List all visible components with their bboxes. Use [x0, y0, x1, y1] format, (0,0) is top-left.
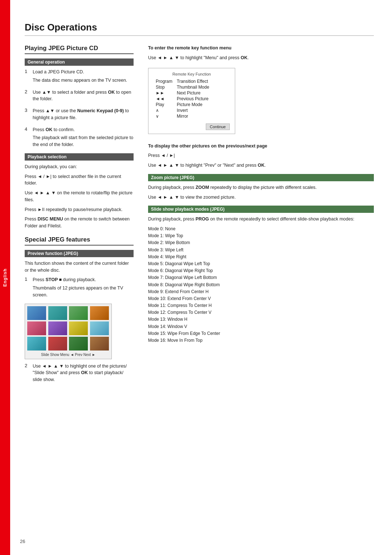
list-item: Mode 10: Extend From Center V — [148, 295, 374, 302]
page-container: English Disc Operations Playing JPEG Pic… — [0, 0, 392, 555]
thumb-12 — [90, 337, 109, 351]
table-row: ►► Next Picture — [154, 90, 230, 96]
step-3-num: 3 — [25, 108, 30, 123]
page-number: 26 — [20, 539, 25, 544]
step-3-text: Press ▲▼ or use the Numeric Keypad (0-9)… — [33, 108, 134, 121]
prev-next-step2: Use ◄ ► ▲ ▼ to highlight "Prev" or "Next… — [148, 162, 374, 169]
table-row: Play Picture Mode — [154, 102, 230, 108]
list-item: Mode 15: Wipe From Edge To Center — [148, 330, 374, 337]
list-item: Mode 16: Move In From Top — [148, 337, 374, 344]
step-3-content: Press ▲▼ or use the Numeric Keypad (0-9)… — [33, 108, 134, 123]
rk-func-play: Picture Mode — [175, 102, 230, 108]
playback-item-1: Press ◄ / ►| to select another file in t… — [25, 173, 134, 187]
list-item: Mode 11: Compress To Center H — [148, 302, 374, 309]
step-4-detail: The playback will start from the selecte… — [33, 134, 134, 148]
step-1-detail: The data disc menu appears on the TV scr… — [33, 77, 134, 84]
playback-item-4: Press DISC MENU on the remote to switch … — [25, 216, 134, 230]
right-column: To enter the remote key function menu Us… — [148, 45, 374, 388]
rk-key-stop: Stop — [154, 84, 175, 90]
remote-key-table: Program Transition Effect Stop Thumbnail… — [154, 78, 230, 119]
thumb-9 — [27, 337, 46, 351]
thumb-10 — [48, 337, 67, 351]
step-2-content: Use ▲▼ to select a folder and press OK t… — [33, 89, 134, 104]
list-item: Mode 5: Diagonal Wipe Left Top — [148, 260, 374, 267]
list-item: Mode 3: Wipe Left — [148, 247, 374, 254]
rk-func-stop: Thumbnail Mode — [175, 84, 230, 90]
thumbnail-grid-container: Slide Show Menu ◄ Prev Next ► — [25, 304, 112, 359]
slideshow-block: Slide show playback modes (JPEG) During … — [148, 206, 374, 344]
prev-next-block: To display the other pictures on the pre… — [148, 143, 374, 169]
step-4-text: Press OK to confirm. — [33, 126, 134, 133]
list-item: Mode 7: Diagonal Wipe Left Bottom — [148, 274, 374, 281]
table-row: Stop Thumbnail Mode — [154, 84, 230, 90]
preview-step-2-text: Use ◄ ► ▲ ▼ to highlight one of the pict… — [33, 363, 134, 383]
rk-key-up: ∧ — [154, 108, 175, 113]
playback-selection-intro: During playback, you can: — [25, 163, 134, 170]
thumb-11 — [69, 337, 88, 351]
two-col-layout: Playing JPEG Picture CD General operatio… — [25, 45, 374, 388]
preview-function-text: This function shows the content of the c… — [25, 260, 134, 274]
playback-selection-block: Playback selection During playback, you … — [25, 153, 134, 230]
list-item: Mode 0: None — [148, 226, 374, 232]
step-3: 3 Press ▲▼ or use the Numeric Keypad (0-… — [25, 108, 134, 123]
step-1-content: Load a JPEG Picture CD. The data disc me… — [33, 69, 134, 85]
list-item: Mode 9: Extend From Center H — [148, 288, 374, 295]
remote-key-table-header: Remote Key Function — [154, 72, 230, 76]
left-column: Playing JPEG Picture CD General operatio… — [25, 45, 134, 388]
thumb-5 — [27, 321, 46, 335]
special-jpeg-block: Special JPEG features Preview function (… — [25, 236, 134, 385]
remote-key-title: To enter the remote key function menu — [148, 45, 374, 52]
step-4-num: 4 — [25, 126, 30, 150]
list-item: Mode 4: Wipe Right — [148, 254, 374, 260]
table-row: ∧ Invert — [154, 108, 230, 113]
continue-button[interactable]: Continue — [206, 123, 230, 130]
step-4-content: Press OK to confirm. The playback will s… — [33, 126, 134, 150]
general-operation-header: General operation — [25, 58, 134, 66]
thumb-4 — [90, 306, 109, 320]
step-1-text: Load a JPEG Picture CD. — [33, 69, 134, 76]
table-row: ∨ Mirror — [154, 113, 230, 119]
preview-function-header: Preview function (JPEG) — [25, 250, 134, 257]
table-row: Program Transition Effect — [154, 78, 230, 84]
prev-next-title: To display the other pictures on the pre… — [148, 143, 374, 150]
rk-key-down: ∨ — [154, 113, 175, 119]
preview-step-2-num: 2 — [25, 363, 30, 385]
thumbnail-grid — [27, 306, 109, 351]
preview-step-1-content: Press STOP ■ during playback. Thumbnails… — [33, 276, 134, 300]
preview-step-1-detail: Thumbnails of 12 pictures appears on the… — [33, 285, 134, 299]
list-item: Mode 8: Diagonal Wipe Right Bottom — [148, 281, 374, 288]
rk-func-program: Transition Effect — [175, 78, 230, 84]
rk-func-up: Invert — [175, 108, 230, 113]
playing-jpeg-section-title: Playing JPEG Picture CD — [25, 45, 134, 54]
playback-item-3: Press ►II repeatedly to pause/resume pla… — [25, 206, 134, 213]
zoom-text1: During playback, press ZOOM repeatedly t… — [148, 184, 374, 191]
preview-step-2: 2 Use ◄ ► ▲ ▼ to highlight one of the pi… — [25, 363, 134, 385]
step-2: 2 Use ▲▼ to select a folder and press OK… — [25, 89, 134, 104]
preview-step-1-num: 1 — [25, 276, 30, 300]
side-tab-label: English — [3, 268, 8, 287]
zoom-block: Zoom picture (JPEG) During playback, pre… — [148, 174, 374, 201]
main-content: Disc Operations Playing JPEG Picture CD … — [10, 0, 392, 555]
list-item: Mode 12: Compress To Center V — [148, 309, 374, 316]
preview-step-2-content: Use ◄ ► ▲ ▼ to highlight one of the pict… — [33, 363, 134, 385]
step-1: 1 Load a JPEG Picture CD. The data disc … — [25, 69, 134, 85]
modes-list: Mode 0: None Mode 1: Wipe Top Mode 2: Wi… — [148, 226, 374, 344]
rk-key-rew: ◄◄ — [154, 96, 175, 102]
remote-key-box: Remote Key Function Program Transition E… — [148, 68, 235, 134]
list-item: Mode 1: Wipe Top — [148, 232, 374, 239]
thumb-1 — [27, 306, 46, 320]
side-tab: English — [0, 0, 10, 555]
step-2-num: 2 — [25, 89, 30, 104]
slideshow-header: Slide show playback modes (JPEG) — [148, 206, 374, 213]
rk-key-program: Program — [154, 78, 175, 84]
playback-selection-header: Playback selection — [25, 153, 134, 161]
step-4: 4 Press OK to confirm. The playback will… — [25, 126, 134, 150]
rk-func-ff: Next Picture — [175, 90, 230, 96]
preview-step-1-text: Press STOP ■ during playback. — [33, 276, 134, 283]
zoom-header: Zoom picture (JPEG) — [148, 174, 374, 181]
thumb-2 — [48, 306, 67, 320]
page-title: Disc Operations — [25, 22, 374, 36]
remote-key-intro: Use ◄ ► ▲ ▼ to highlight "Menu" and pres… — [148, 54, 374, 61]
step-1-num: 1 — [25, 69, 30, 85]
list-item: Mode 13: Window H — [148, 316, 374, 323]
